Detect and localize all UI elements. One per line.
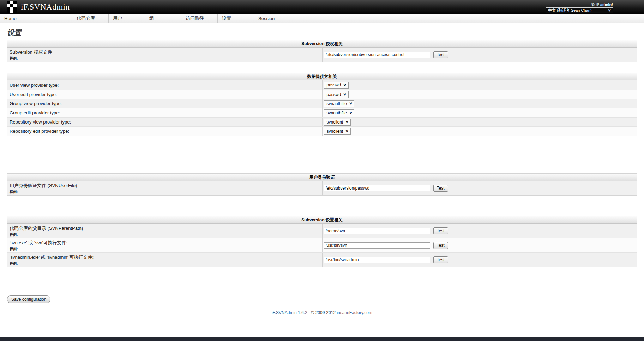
row-value-cell: svnclient ∨ [322, 127, 637, 136]
row-label: 'svn.exe' 或 'svn'可执行文件: [10, 240, 322, 246]
row-value-cell: svnauthfile ∨ [322, 99, 637, 108]
nav-tab-4[interactable]: 组 [145, 14, 181, 23]
chevron-down-icon: ∨ [345, 120, 349, 124]
row-input-group: Test [324, 51, 448, 58]
app-root: iF.SVNAdmin 欢迎 admin! 中文 (翻译者 Sean Chan)… [0, 0, 644, 315]
provider-select-value: passwd [327, 92, 341, 97]
app-title: iF.SVNAdmin [21, 2, 70, 12]
main-nav: Home 代码仓库 用户 组 访问路径 设置 Session [0, 14, 644, 23]
settings-row: User edit provider type: passwd ∨ [7, 90, 637, 99]
section-header: 用户身份验证 [7, 174, 637, 181]
nav-tab-label: 代码仓库 [77, 15, 95, 22]
test-button[interactable]: Test [433, 227, 448, 234]
test-button[interactable]: Test [433, 51, 448, 58]
path-input[interactable] [324, 185, 430, 191]
welcome-prefix: 欢迎 [591, 2, 599, 7]
chevron-down-icon: ∨ [608, 9, 612, 12]
section-rows: 代码仓库的父目录 (SVNParentPath) 样例: Test 'svn.e… [7, 224, 637, 267]
provider-select[interactable]: svnclient ∨ [324, 119, 351, 126]
row-value-cell: Test [322, 238, 637, 252]
nav-tab-2[interactable]: 代码仓库 [72, 14, 109, 23]
settings-row: Repository edit provider type: svnclient… [7, 126, 637, 136]
row-label-cell: 'svnadmin.exe' 或 'svnadmin' 可执行文件: 样例: [7, 253, 322, 267]
settings-section: 数据提供方相关 User view provider type: passwd … [7, 73, 637, 136]
settings-row: 代码仓库的父目录 (SVNParentPath) 样例: Test [7, 224, 637, 238]
row-value-cell: passwd ∨ [322, 90, 637, 99]
row-label: Group view provider type: [10, 101, 322, 107]
nav-tab-label: 用户 [113, 15, 122, 22]
brand[interactable]: iF.SVNAdmin [7, 1, 70, 13]
row-value-cell: Test [322, 224, 637, 238]
test-button[interactable]: Test [433, 185, 448, 192]
row-label: Repository edit provider type: [10, 128, 322, 134]
provider-select-value: svnauthfile [327, 110, 347, 115]
row-input-group: Test [324, 227, 448, 234]
chevron-down-icon: ∨ [345, 130, 349, 133]
save-configuration-button[interactable]: Save configuration [7, 295, 50, 303]
chevron-down-icon: ∨ [343, 84, 347, 87]
provider-select[interactable]: svnauthfile ∨ [324, 100, 355, 107]
row-label: Group edit provider type: [10, 110, 322, 116]
row-label-cell: Group edit provider type: [7, 108, 322, 117]
footer-version-link[interactable]: iF.SVNAdmin 1.6.2 [272, 310, 307, 315]
path-input[interactable] [324, 242, 430, 249]
row-input-group: Test [324, 256, 448, 263]
path-input[interactable] [324, 52, 430, 58]
settings-row: 'svn.exe' 或 'svn'可执行文件: 样例: Test [7, 238, 637, 252]
settings-row: Group edit provider type: svnauthfile ∨ [7, 108, 637, 117]
section-header: Subversion 授权相关 [7, 40, 637, 48]
path-input[interactable] [324, 228, 430, 234]
nav-tab-label: Home [4, 16, 17, 21]
welcome-username: admin! [600, 2, 613, 7]
nav-tab-7[interactable]: Session [254, 14, 290, 23]
test-button[interactable]: Test [433, 256, 448, 263]
row-value-cell: svnclient ∨ [322, 118, 637, 126]
page-title: 设置 [7, 28, 637, 37]
row-example-label: 样例: [10, 56, 322, 61]
main-content: 设置 Subversion 授权相关 Subversion 授权文件 样例: T… [0, 28, 644, 315]
row-label-cell: Group view provider type: [7, 99, 322, 108]
row-label: Subversion 授权文件 [10, 49, 322, 55]
nav-tab-3[interactable]: 用户 [109, 14, 145, 23]
footer-copyright: - © 2009-2012 [308, 310, 336, 315]
row-label-cell: User view provider type: [7, 80, 322, 90]
section-rows: User view provider type: passwd ∨ User e… [7, 80, 637, 136]
footer-site-link[interactable]: insaneFactory.com [337, 310, 372, 315]
settings-section: 用户身份验证 用户身份验证文件 (SVNUserFile) 样例: Test [7, 173, 637, 196]
welcome-message: 欢迎 admin! [591, 2, 613, 7]
nav-tab-1[interactable]: Home [0, 14, 72, 23]
provider-select[interactable]: svnclient ∨ [324, 128, 351, 135]
row-label: 代码仓库的父目录 (SVNParentPath) [10, 225, 322, 231]
row-label-cell: 用户身份验证文件 (SVNUserFile) 样例: [7, 181, 322, 195]
nav-tab-label: Session [258, 16, 275, 21]
chevron-down-icon: ∨ [343, 93, 347, 96]
language-select[interactable]: 中文 (翻译者 Sean Chan) ∨ [546, 7, 613, 13]
settings-section: Subversion 设置相关 代码仓库的父目录 (SVNParentPath)… [7, 216, 637, 267]
row-label-cell: Repository view provider type: [7, 118, 322, 126]
row-label: User view provider type: [10, 82, 322, 88]
provider-select[interactable]: passwd ∨ [324, 91, 349, 98]
nav-tab-6[interactable]: 设置 [218, 14, 254, 23]
row-input-group: Test [324, 242, 448, 249]
provider-select[interactable]: svnauthfile ∨ [324, 109, 355, 116]
settings-row: 用户身份验证文件 (SVNUserFile) 样例: Test [7, 181, 637, 195]
provider-select-value: svnauthfile [327, 101, 347, 106]
language-select-value: 中文 (翻译者 Sean Chan) [548, 8, 591, 13]
nav-tab-5[interactable]: 访问路径 [181, 14, 218, 23]
provider-select-value: svnclient [327, 129, 343, 134]
row-example-label: 样例: [10, 190, 322, 194]
provider-select[interactable]: passwd ∨ [324, 82, 349, 89]
row-value-cell: svnauthfile ∨ [322, 108, 637, 117]
test-button[interactable]: Test [433, 242, 448, 249]
settings-row: Subversion 授权文件 样例: Test [7, 48, 637, 62]
row-label: 'svnadmin.exe' 或 'svnadmin' 可执行文件: [10, 254, 322, 260]
row-label-cell: 'svn.exe' 或 'svn'可执行文件: 样例: [7, 238, 322, 252]
app-header: iF.SVNAdmin 欢迎 admin! 中文 (翻译者 Sean Chan)… [0, 0, 644, 14]
row-label: 用户身份验证文件 (SVNUserFile) [10, 183, 322, 189]
row-input-group: Test [324, 185, 448, 192]
settings-section: Subversion 授权相关 Subversion 授权文件 样例: Test [7, 40, 637, 62]
chevron-down-icon: ∨ [349, 111, 353, 114]
row-label: User edit provider type: [10, 91, 322, 97]
path-input[interactable] [324, 257, 430, 263]
row-label-cell: 代码仓库的父目录 (SVNParentPath) 样例: [7, 224, 322, 238]
